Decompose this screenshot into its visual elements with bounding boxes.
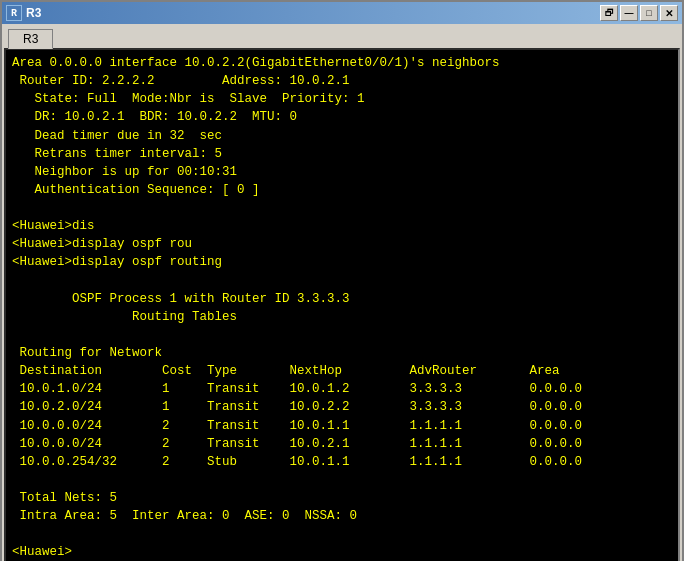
window-title: R3 [26,6,41,20]
close-button[interactable]: ✕ [660,5,678,21]
window-content: R3 Area 0.0.0.0 interface 10.0.2.2(Gigab… [2,24,682,561]
terminal-output[interactable]: Area 0.0.0.0 interface 10.0.2.2(GigabitE… [6,50,678,561]
app-icon: R [6,5,22,21]
title-bar-left: R R3 [6,5,41,21]
tab-bar: R3 [4,26,680,48]
tab-r3[interactable]: R3 [8,29,53,49]
title-bar: R R3 🗗 — □ ✕ [2,2,682,24]
terminal-container: Area 0.0.0.0 interface 10.0.2.2(GigabitE… [4,48,680,561]
restore-button[interactable]: 🗗 [600,5,618,21]
maximize-button[interactable]: □ [640,5,658,21]
title-bar-buttons: 🗗 — □ ✕ [600,5,678,21]
minimize-button[interactable]: — [620,5,638,21]
window-frame: R R3 🗗 — □ ✕ R3 Area 0.0.0.0 interface 1… [0,0,684,561]
